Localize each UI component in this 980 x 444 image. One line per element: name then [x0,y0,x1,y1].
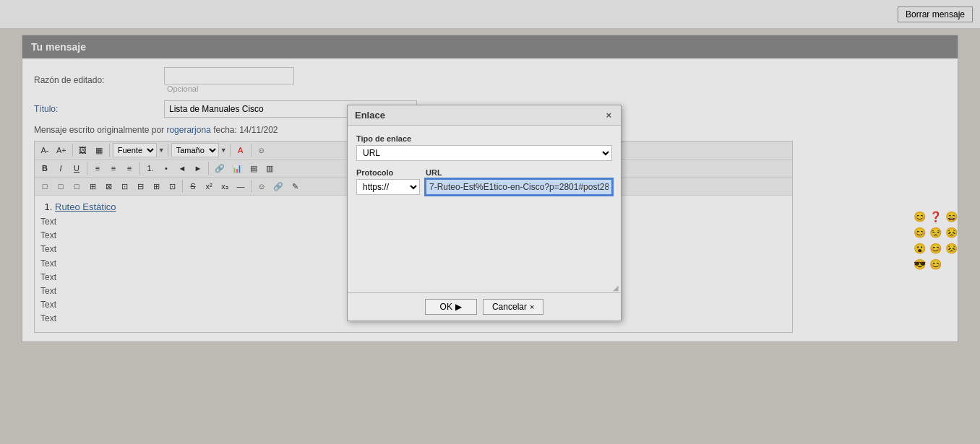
ok-arrow-icon: ▶ [455,302,462,312]
url-label: URL [426,168,612,177]
cancel-button[interactable]: Cancelar × [483,299,543,315]
modal-close-button[interactable]: × [603,110,614,121]
protocol-select[interactable]: https:// [356,179,420,195]
enlace-modal: Enlace × Tipo de enlace URL Protocolo ht… [347,105,622,321]
protocol-url-row: Protocolo https:// URL [356,168,612,202]
modal-body: Tipo de enlace URL Protocolo https:// UR… [348,126,621,283]
modal-header: Enlace × [348,105,621,126]
tipo-enlace-label: Tipo de enlace [356,134,612,143]
protocol-col: Protocolo https:// [356,168,421,202]
url-col: URL [426,168,612,202]
tipo-enlace-select[interactable]: URL [356,145,612,161]
modal-title: Enlace [355,110,385,121]
modal-footer: OK ▶ Cancelar × [348,292,621,321]
url-input[interactable] [426,179,612,195]
modal-overlay: Enlace × Tipo de enlace URL Protocolo ht… [0,0,980,444]
modal-resize-handle[interactable]: ◢ [348,283,621,292]
cancel-x-icon: × [530,302,534,311]
modal-spacer [356,209,612,274]
ok-button[interactable]: OK ▶ [425,299,477,315]
protocolo-label: Protocolo [356,168,421,177]
